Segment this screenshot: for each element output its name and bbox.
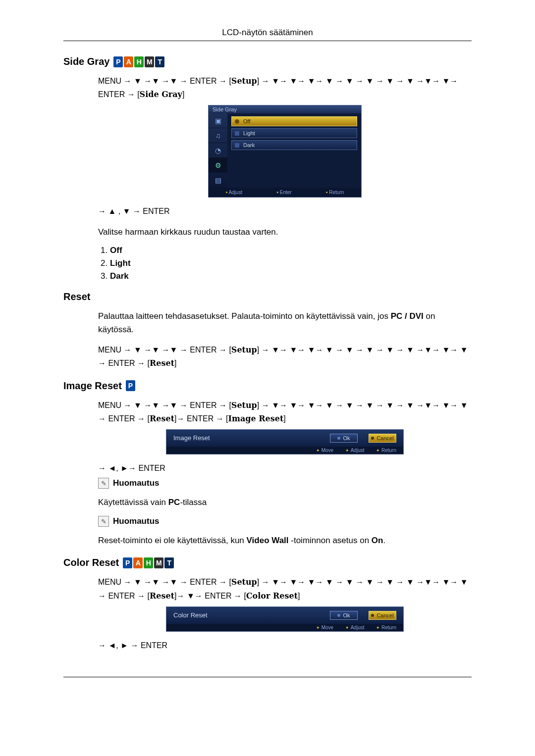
divider-top (63, 41, 472, 41)
reset-desc: Palauttaa laitteen tehdasasetukset. Pala… (98, 309, 472, 336)
osd-sidebar: ▣ ♫ ◔ ⚙ ▤ (209, 113, 227, 188)
badge-t: T (164, 557, 174, 568)
badge-a: A (133, 557, 143, 568)
badge-m: M (145, 56, 154, 67)
page-header: LCD-näytön säätäminen (63, 28, 472, 41)
list-item: Light (110, 258, 472, 268)
nav-sidegray-1: MENU → ▼ →▼ →▼ → ENTER → [Setup] → ▼→ ▼→… (98, 74, 472, 101)
multi-icon: ▤ (209, 173, 227, 188)
osd-opt-light: Light (231, 128, 357, 138)
badge-a: A (124, 56, 133, 67)
note-row-2: ✎ Huomautus (98, 516, 472, 527)
list-item: Off (110, 246, 472, 255)
list-item: Dark (110, 271, 472, 281)
timer-icon: ◔ (209, 143, 227, 158)
divider-bottom (63, 677, 472, 677)
osd-cancel-button: Cancel (369, 611, 396, 620)
badge-h: H (134, 56, 144, 67)
note1-text: Käytettävissä vain PC-tilassa (98, 496, 472, 509)
osd-ok-button: Ok (330, 434, 358, 443)
badge-strip-pahmt: P A H M T (123, 557, 174, 568)
badge-p: P (113, 56, 123, 67)
badge-p: P (123, 557, 132, 568)
nav-sidegray-2: → ▲ , ▼ → ENTER (98, 204, 472, 218)
setup-icon: ⚙ (209, 158, 227, 173)
nav-reset: MENU → ▼ →▼ →▼ → ENTER → [Setup] → ▼→ ▼→… (98, 343, 472, 370)
sound-icon: ♫ (209, 128, 227, 143)
note-row-1: ✎ Huomautus (98, 478, 472, 489)
picture-icon: ▣ (209, 113, 227, 128)
nav-colorreset: MENU → ▼ →▼ →▼ → ENTER → [Setup] → ▼→ ▼→… (98, 575, 472, 602)
osd-label: Color Reset (173, 611, 208, 619)
badge-strip-pahmt: P A H M T (113, 56, 164, 67)
nav-imagereset: MENU → ▼ →▼ →▼ → ENTER → [Setup] → ▼→ ▼→… (98, 399, 472, 425)
osd-footer: Move Adjust Return (166, 447, 403, 454)
sidegray-desc: Valitse harmaan kirkkaus ruudun taustaa … (98, 225, 472, 239)
nav-colorreset-2: → ◄, ► → ENTER (98, 639, 472, 652)
osd-options: Off Light Dark (227, 113, 361, 188)
note-icon: ✎ (98, 478, 109, 489)
osd-label: Image Reset (173, 434, 210, 442)
heading-side-gray: Side Gray P A H M T (63, 56, 472, 67)
heading-image-reset: Image Reset P (63, 380, 472, 392)
osd-image-reset: Image Reset Ok Cancel Move Adjust Return (166, 429, 404, 454)
note-label: Huomautus (113, 478, 160, 488)
note2-text: Reset-toiminto ei ole käytettävissä, kun… (98, 534, 472, 547)
osd-footer: Adjust Enter Return (209, 188, 361, 197)
osd-color-reset: Color Reset Ok Cancel Move Adjust Return (166, 606, 404, 632)
osd-cancel-button: Cancel (369, 434, 396, 443)
osd-opt-off: Off (231, 116, 357, 126)
sidegray-options-list: Off Light Dark (110, 246, 472, 281)
badge-p-single: P (126, 380, 135, 391)
badge-h: H (144, 557, 153, 568)
badge-t: T (155, 56, 164, 67)
note-icon: ✎ (98, 516, 109, 527)
heading-reset: Reset (63, 291, 472, 302)
badge-p: P (126, 380, 135, 391)
osd-ok-button: Ok (330, 611, 358, 620)
badge-m: M (154, 557, 163, 568)
osd-titlebar: Side Gray (209, 105, 361, 113)
osd-sidegray: Side Gray ▣ ♫ ◔ ⚙ ▤ Off Light Dark (208, 105, 362, 198)
heading-side-gray-text: Side Gray (63, 56, 109, 67)
nav-imagereset-2: → ◄, ►→ ENTER (98, 461, 472, 475)
osd-footer: Move Adjust Return (166, 624, 403, 631)
note-label: Huomautus (113, 516, 160, 526)
heading-color-reset: Color Reset P A H M T (63, 557, 472, 568)
osd-opt-dark: Dark (231, 140, 357, 150)
